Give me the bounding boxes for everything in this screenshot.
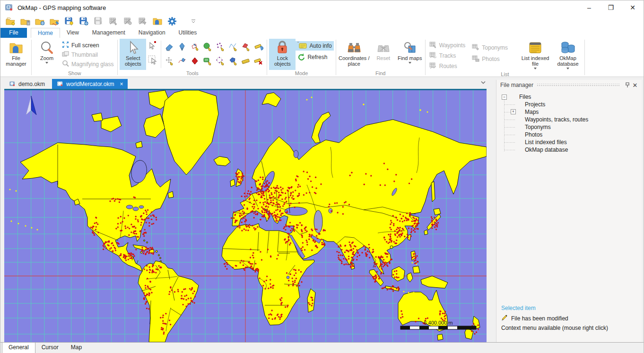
- minimize-button[interactable]: –: [578, 0, 600, 15]
- file-manager-folder-icon[interactable]: [152, 16, 163, 26]
- modified-pencil-icon: [501, 314, 508, 322]
- list-toponyms-button[interactable]: Toponyms: [470, 43, 510, 52]
- qat-overflow-icon[interactable]: [188, 16, 199, 26]
- lock-objects-button[interactable]: Lock objects: [269, 39, 296, 70]
- convert-grid-disabled-icon[interactable]: [137, 16, 148, 26]
- refresh-button[interactable]: Refresh: [296, 52, 333, 62]
- zoom-button[interactable]: Zoom: [34, 39, 60, 70]
- tree-item-list-indexed-files[interactable]: List indexed files: [496, 138, 642, 146]
- tree-item-toponyms[interactable]: Toponyms: [496, 123, 642, 131]
- open-edit-icon[interactable]: [49, 16, 61, 26]
- svg-text:6.400.000 m: 6.400.000 m: [424, 320, 453, 326]
- open-project-icon[interactable]: [5, 16, 17, 26]
- tab-management[interactable]: Management: [86, 28, 132, 38]
- magnifying-glass-icon: [62, 60, 69, 69]
- file-manager-panel: File manager ✕ − Files Projects +Maps Wa…: [496, 80, 642, 342]
- rubber-band-select-icon[interactable]: [147, 54, 158, 66]
- list-tracks-button[interactable]: Tracks: [427, 51, 468, 60]
- waypoints-list-icon: [429, 42, 437, 50]
- panel-drag-hatch[interactable]: [537, 84, 620, 87]
- save-disabled-icon[interactable]: [93, 16, 104, 26]
- measure-route-tool-icon[interactable]: [253, 41, 264, 52]
- group-list: Waypoints Tracks Routes Toponyms: [426, 38, 584, 77]
- group-find: Coordinates / place Reset Find maps Find: [337, 38, 425, 77]
- list-waypoints-button[interactable]: Waypoints: [427, 41, 468, 50]
- reset-binoculars-icon: [377, 40, 390, 55]
- draw-shape-tool-icon[interactable]: [227, 55, 239, 67]
- auto-info-button[interactable]: “ Auto info: [296, 41, 333, 51]
- close-button[interactable]: ✕: [622, 0, 644, 15]
- save-waypoint-icon[interactable]: [64, 16, 75, 26]
- okmap-database-button[interactable]: OkMap database: [553, 39, 583, 70]
- group-tools: Select objects: [118, 38, 266, 77]
- delete-measure-tool-icon[interactable]: [253, 55, 264, 67]
- magnifying-glass-button[interactable]: Magnifying glass: [60, 60, 115, 69]
- routes-list-icon: [429, 62, 437, 70]
- title-bar: OkMap - GPS mapping software – ❐ ✕: [0, 0, 644, 15]
- draw-polyline-tool-icon[interactable]: [227, 41, 239, 52]
- tab-view[interactable]: View: [60, 28, 86, 38]
- doc-tab-worldmercator[interactable]: worldMercator.okm ×: [52, 79, 128, 89]
- status-tab-general[interactable]: General: [2, 343, 35, 353]
- pin-icon[interactable]: [624, 81, 631, 89]
- maximize-button[interactable]: ❐: [600, 0, 622, 15]
- open-server-icon[interactable]: [20, 16, 31, 26]
- reset-find-button[interactable]: Reset: [370, 39, 397, 70]
- settings-gear-icon[interactable]: [166, 16, 178, 26]
- draw-circle-points-tool-icon[interactable]: [215, 55, 226, 67]
- edit-track-tool-icon[interactable]: [176, 55, 188, 67]
- measure-distance-tool-icon[interactable]: [240, 55, 252, 67]
- group-file-manager: File manager: [1, 38, 31, 77]
- full-screen-button[interactable]: Full screen: [60, 41, 115, 50]
- refresh-icon: [297, 53, 305, 62]
- modified-status-text: File has been modified: [511, 315, 568, 322]
- tab-list-dropdown-icon[interactable]: [481, 81, 486, 85]
- tree-item-waypoints-tracks-routes[interactable]: Waypoints, tracks, routes: [496, 116, 642, 123]
- save-web-icon[interactable]: [78, 16, 90, 26]
- tab-home[interactable]: Home: [31, 28, 60, 38]
- coordinates-place-button[interactable]: Coordinates / place: [338, 39, 370, 70]
- tree-item-projects[interactable]: Projects: [496, 101, 642, 108]
- expand-box[interactable]: +: [511, 109, 516, 114]
- edit-waypoint-tool-icon[interactable]: [189, 41, 200, 52]
- photos-list-icon: [472, 55, 479, 63]
- tree-item-maps[interactable]: +Maps: [496, 108, 642, 116]
- vertex-tool-icon[interactable]: [189, 55, 200, 67]
- list-photos-button[interactable]: Photos: [470, 54, 510, 64]
- draw-points-tool-icon[interactable]: [215, 41, 226, 52]
- tree-item-okmap-database[interactable]: OkMap database: [496, 146, 642, 154]
- okmap-db-dropdown-caret: [566, 68, 569, 69]
- list-routes-button[interactable]: Routes: [427, 61, 468, 71]
- export-grid-disabled-icon[interactable]: [108, 16, 119, 26]
- draw-note-tool-icon[interactable]: [202, 55, 213, 67]
- tab-file[interactable]: File: [0, 28, 27, 38]
- thumbnail-button[interactable]: Thumbnail: [60, 50, 115, 60]
- move-point-tool-icon[interactable]: [164, 55, 175, 67]
- find-maps-dropdown-caret: [409, 62, 411, 64]
- tree-item-files[interactable]: − Files: [496, 93, 642, 101]
- status-tab-map[interactable]: Map: [65, 343, 88, 353]
- ribbon-tab-bar: File Home View Management Navigation Uti…: [0, 28, 644, 38]
- draw-area-tool-icon[interactable]: [202, 41, 213, 52]
- status-tab-cursor[interactable]: Cursor: [35, 343, 65, 353]
- import-grid-disabled-icon[interactable]: [122, 16, 134, 26]
- quick-access-toolbar: [0, 15, 644, 28]
- map-canvas[interactable]: 6.400.000 m: [4, 90, 487, 342]
- eraser-tool-icon[interactable]: [164, 41, 175, 52]
- select-cursor-icon: [127, 40, 139, 55]
- doc-tab-demo[interactable]: demo.okm: [4, 79, 50, 89]
- waypoint-tool-icon[interactable]: [176, 41, 188, 52]
- draw-polygon-tool-icon[interactable]: [240, 41, 252, 52]
- select-objects-button[interactable]: Select objects: [120, 39, 146, 70]
- tab-navigation[interactable]: Navigation: [132, 28, 172, 38]
- open-web-map-icon[interactable]: [35, 16, 46, 26]
- tree-item-photos[interactable]: Photos: [496, 131, 642, 138]
- file-manager-button[interactable]: File manager: [3, 39, 29, 70]
- find-maps-button[interactable]: Find maps: [397, 39, 423, 70]
- doc-tab-close-icon[interactable]: ×: [117, 81, 123, 87]
- add-select-cursor-icon[interactable]: [147, 40, 158, 52]
- tab-utilities[interactable]: Utilities: [172, 28, 204, 38]
- list-indexed-file-button[interactable]: List indexed file: [520, 39, 550, 70]
- panel-close-icon[interactable]: ✕: [631, 81, 639, 89]
- collapse-box[interactable]: −: [502, 95, 507, 100]
